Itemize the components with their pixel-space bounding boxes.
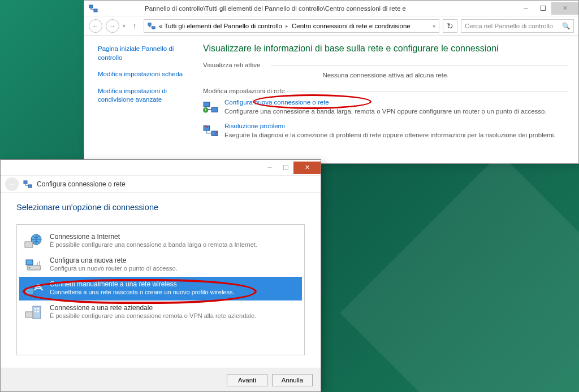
svg-point-16 — [29, 267, 31, 269]
minimize-button[interactable] — [517, 2, 534, 15]
forward-button[interactable]: → — [106, 19, 119, 33]
sidebar-link-sharing[interactable]: Modifica impostazioni di condivisione av… — [98, 87, 191, 104]
svg-rect-5 — [211, 107, 218, 112]
page-heading: Visualizzare le informazioni di base sul… — [203, 43, 568, 54]
svg-rect-10 — [24, 181, 27, 184]
maximize-button[interactable] — [534, 2, 551, 15]
globe-icon — [24, 233, 44, 250]
option-desc: È possibile configurare una connessione … — [50, 312, 256, 319]
troubleshoot-desc: Eseguire la diagnosi e la correzione di … — [224, 130, 556, 140]
sidebar-link-home[interactable]: Pagina iniziale Pannello di controllo — [98, 45, 191, 62]
option-title: Connetti manualmente a una rete wireless — [50, 280, 235, 288]
network-icon — [23, 180, 32, 189]
option-title: Connessione a una rete aziendale — [50, 304, 256, 312]
dialog-header: Configura connessione o rete — [1, 176, 321, 193]
dialog-body-title: Selezionare un'opzione di connessione — [16, 203, 305, 212]
main-content: Visualizzare le informazioni di base sul… — [197, 36, 578, 163]
back-button[interactable]: ← — [89, 19, 102, 33]
up-button[interactable]: ↑ — [129, 19, 140, 33]
option-title: Configura una nuova rete — [50, 256, 178, 264]
troubleshoot-item[interactable]: Risoluzione problemi Eseguire la diagnos… — [203, 123, 568, 140]
refresh-button[interactable]: ↻ — [443, 19, 457, 33]
wireless-icon — [24, 280, 44, 297]
breadcrumb[interactable]: « Tutti gli elementi del Pannello di con… — [144, 19, 439, 33]
svg-rect-21 — [34, 311, 36, 312]
svg-rect-11 — [28, 185, 32, 188]
active-networks-label: Visualizza reti attive — [203, 62, 568, 68]
next-button[interactable]: Avanti — [227, 374, 267, 386]
sidebar: Pagina iniziale Pannello di controllo Mo… — [84, 36, 197, 163]
svg-text:+: + — [204, 108, 207, 113]
dialog-footer: Avanti Annulla — [1, 368, 321, 391]
dialog-close-button[interactable] — [293, 162, 321, 174]
window-title: Pannello di controllo\Tutti gli elementi… — [101, 5, 517, 12]
svg-rect-23 — [25, 312, 33, 317]
option-desc: Configura un nuovo router o punto di acc… — [50, 265, 178, 272]
option-workplace[interactable]: Connessione a una rete aziendale È possi… — [19, 300, 302, 324]
no-active-network-text: Nessuna connessione attiva ad alcuna ret… — [203, 72, 568, 79]
connection-option-list: Connessione a Internet È possibile confi… — [16, 224, 305, 355]
window-controls — [517, 2, 578, 15]
history-dropdown-icon[interactable]: ▾ — [123, 23, 126, 29]
svg-rect-18 — [33, 306, 41, 319]
breadcrumb-segment[interactable]: « Tutti gli elementi del Pannello di con… — [159, 23, 282, 29]
dialog-minimize-button[interactable] — [262, 162, 278, 174]
svg-rect-2 — [148, 23, 151, 25]
svg-rect-9 — [211, 131, 218, 136]
search-icon: 🔍 — [562, 22, 570, 30]
svg-rect-1 — [94, 9, 97, 12]
diagnose-icon — [203, 124, 219, 137]
network-icon — [148, 22, 155, 30]
sidebar-link-adapter[interactable]: Modifica impostazioni scheda — [98, 70, 191, 79]
dialog-titlebar — [1, 160, 321, 176]
dialog-header-title: Configura connessione o rete — [37, 180, 126, 188]
search-input[interactable]: Cerca nel Pannello di controllo 🔍 — [461, 19, 574, 33]
modify-settings-label: Modifica impostazioni di rete — [203, 88, 285, 94]
configure-connection-dialog: Configura connessione o rete Selezionare… — [0, 159, 321, 392]
network-plus-icon: + — [203, 100, 219, 114]
svg-rect-4 — [204, 102, 210, 107]
svg-rect-22 — [37, 311, 39, 312]
option-desc: Connettersi a una rete nascosta o creare… — [50, 289, 235, 295]
option-new-network[interactable]: Configura una nuova rete Configura un nu… — [19, 253, 302, 277]
dialog-maximize-button[interactable] — [278, 162, 293, 174]
toolbar: ← → ▾ ↑ « Tutti gli elementi del Pannell… — [84, 16, 578, 36]
configure-connection-link[interactable]: Configura nuova connessione o rete — [224, 99, 547, 106]
option-internet[interactable]: Connessione a Internet È possibile confi… — [19, 229, 302, 253]
svg-rect-20 — [37, 308, 39, 310]
troubleshoot-link[interactable]: Risoluzione problemi — [224, 123, 556, 129]
router-icon — [24, 256, 44, 273]
dialog-back-button[interactable] — [5, 177, 19, 191]
svg-rect-3 — [152, 26, 155, 28]
svg-rect-13 — [25, 242, 33, 247]
svg-rect-0 — [89, 5, 93, 8]
configure-connection-item[interactable]: + Configura nuova connessione o rete Con… — [203, 99, 568, 116]
svg-rect-17 — [25, 288, 34, 295]
svg-rect-15 — [26, 260, 33, 265]
close-button[interactable] — [551, 2, 578, 15]
option-title: Connessione a Internet — [50, 233, 257, 241]
titlebar: Pannello di controllo\Tutti gli elementi… — [84, 1, 578, 16]
chevron-right-icon: ▸ — [286, 23, 288, 29]
building-icon — [24, 304, 44, 321]
option-manual-wireless[interactable]: Connetti manualmente a una rete wireless… — [19, 277, 302, 300]
control-panel-window: Pannello di controllo\Tutti gli elementi… — [84, 0, 579, 164]
svg-rect-19 — [34, 308, 36, 310]
breadcrumb-segment[interactable]: Centro connessioni di rete e condivision… — [292, 23, 411, 29]
network-icon — [89, 4, 98, 13]
search-placeholder: Cerca nel Pannello di controllo — [465, 23, 553, 29]
cancel-button[interactable]: Annulla — [272, 374, 313, 386]
option-desc: È possibile configurare una connessione … — [50, 241, 257, 248]
configure-connection-desc: Configurare una connessione a banda larg… — [224, 107, 547, 116]
chevron-down-icon[interactable]: v — [433, 23, 436, 29]
